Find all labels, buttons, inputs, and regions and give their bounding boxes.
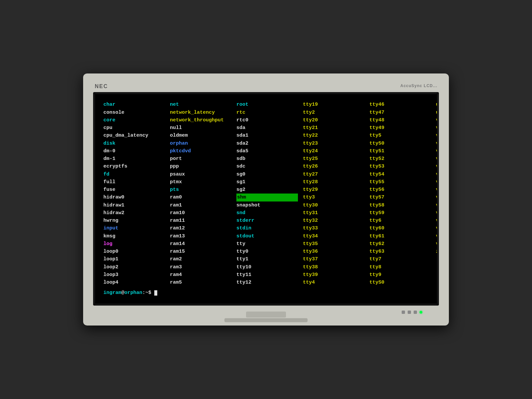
list-item: dm-1	[103, 155, 165, 163]
list-item: ram5	[170, 279, 231, 286]
list-item: ram3	[170, 263, 231, 271]
terminal-screen: charconsolecorecpucpu_dma_latencydiskdm-…	[95, 94, 437, 303]
monitor-btn-3[interactable]	[414, 311, 417, 314]
list-item: tty10	[236, 263, 298, 271]
list-item: disk	[103, 140, 165, 147]
power-led	[420, 311, 422, 314]
list-item: vcs2	[436, 132, 437, 139]
list-item: tty8	[369, 263, 431, 271]
list-item: tty61	[369, 232, 431, 240]
list-item: rtc0	[236, 116, 298, 124]
list-item: ttyS0	[369, 279, 431, 286]
monitor: NEC AccuSync LCD... charconsolecorecpucp…	[83, 73, 449, 325]
list-item: sg1	[236, 178, 298, 186]
list-item: tty32	[303, 217, 364, 224]
list-item: tty59	[369, 209, 431, 217]
list-item: tty56	[369, 186, 431, 194]
list-item: tty	[236, 240, 298, 248]
list-item: tty24	[303, 147, 364, 155]
list-item: vcsa3	[436, 201, 437, 209]
list-item: zero	[436, 248, 437, 255]
cursor	[154, 290, 157, 296]
list-item: tty60	[369, 224, 431, 232]
list-item: tty46	[369, 101, 431, 108]
list-item: tty38	[303, 263, 364, 271]
list-item: ram13	[170, 232, 231, 240]
list-item: rtc	[236, 109, 298, 116]
list-item: ram0	[170, 194, 231, 201]
monitor-btn-2[interactable]	[408, 311, 411, 314]
list-item: sg2	[236, 186, 298, 194]
list-item: ram10	[170, 209, 231, 217]
list-item: sda2	[236, 140, 298, 147]
list-item: tty22	[303, 132, 364, 139]
list-item: tty20	[303, 116, 364, 124]
list-item: tty33	[303, 224, 364, 232]
list-item: vcs6	[436, 163, 437, 170]
list-item: tty6	[369, 217, 431, 224]
terminal-column-col5: tty46tty47tty48tty49tty5tty50tty51tty52t…	[369, 101, 436, 286]
list-item: tty11	[236, 271, 298, 279]
list-item: tty0	[236, 248, 298, 255]
list-item: ram2	[170, 255, 231, 263]
list-item: vcsa2	[436, 194, 437, 201]
list-item: tty49	[369, 124, 431, 132]
list-item: ecryptfs	[103, 163, 165, 170]
list-item: tty47	[369, 109, 431, 116]
list-item: vcs4	[436, 147, 437, 155]
monitor-btn-1[interactable]	[402, 311, 405, 314]
list-item: port	[170, 155, 231, 163]
list-item: tty39	[303, 271, 364, 279]
list-item: stderr	[236, 217, 298, 224]
list-item: hidraw1	[103, 201, 165, 209]
monitor-brand: NEC	[95, 83, 108, 89]
list-item: vcs5	[436, 155, 437, 163]
list-item: null	[170, 124, 231, 132]
list-item: tty55	[369, 178, 431, 186]
list-item: char	[103, 101, 165, 108]
prompt-user: ingram	[103, 290, 121, 296]
list-item: pts	[170, 186, 231, 194]
list-item: vga_arbiter	[436, 240, 437, 248]
list-item: snapshot	[236, 201, 298, 209]
list-item: core	[103, 116, 165, 124]
list-item: tty35	[303, 240, 364, 248]
list-item: tty26	[303, 163, 364, 170]
list-item: vcsa5	[436, 217, 437, 224]
list-item: tty28	[303, 178, 364, 186]
list-item: tty34	[303, 232, 364, 240]
list-item: sdb	[236, 155, 298, 163]
list-item: tty52	[369, 155, 431, 163]
list-item: tty29	[303, 186, 364, 194]
list-item: tty48	[369, 116, 431, 124]
list-item: tty1	[236, 255, 298, 263]
list-item: ppp	[170, 163, 231, 170]
list-item: stdin	[236, 224, 298, 232]
list-item: ram4	[170, 271, 231, 279]
list-item: tty54	[369, 171, 431, 178]
terminal-column-col6: usbmon0usbmon1vcsvcs1vcs2vcs3vcs4vcs5vcs…	[436, 101, 437, 286]
list-item: vcsa	[436, 178, 437, 186]
list-item: oldmem	[170, 132, 231, 139]
list-item: tty62	[369, 240, 431, 248]
list-item: sda	[236, 124, 298, 132]
list-item: vcs7	[436, 171, 437, 178]
list-item: console	[103, 109, 165, 116]
list-item: sda1	[236, 132, 298, 139]
list-item: log	[103, 240, 165, 248]
terminal-column-col4: tty19tty2tty20tty21tty22tty23tty24tty25t…	[303, 101, 369, 286]
list-item: dm-0	[103, 147, 165, 155]
terminal-prompt: ingram@orphan:~$	[103, 289, 429, 297]
list-item: vcsa6	[436, 224, 437, 232]
list-item: cpu	[103, 124, 165, 132]
list-item: ram12	[170, 224, 231, 232]
list-item: orphan	[170, 140, 231, 147]
list-item: tty4	[303, 279, 364, 286]
list-item: tty23	[303, 140, 364, 147]
list-item: vcs1	[436, 124, 437, 132]
list-item: net	[170, 101, 231, 108]
list-item: vcs	[436, 116, 437, 124]
list-item: sg0	[236, 171, 298, 178]
list-item: usbmon0	[436, 101, 437, 108]
list-item: tty50	[369, 140, 431, 147]
